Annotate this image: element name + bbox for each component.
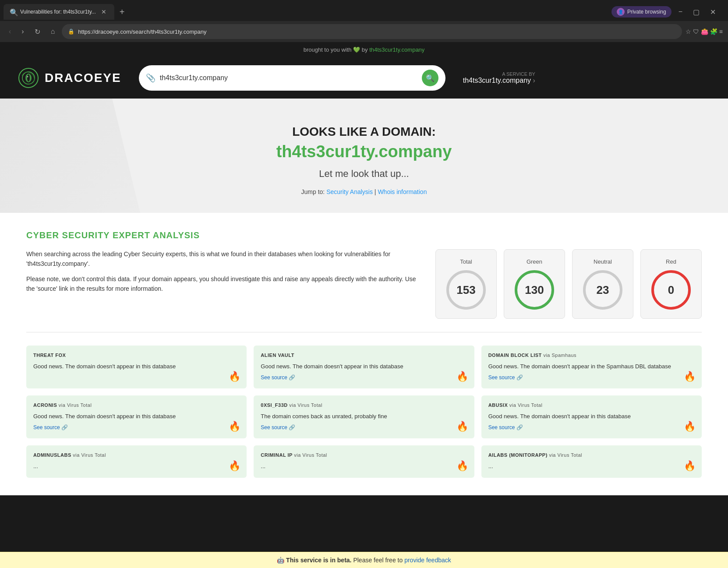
banner-text-middle: by: [362, 46, 368, 53]
result-card-body: Good news. The domain doesn't appear in …: [488, 362, 695, 381]
result-card-body: ...: [33, 462, 240, 471]
result-card-body: Good news. The domain doesn't appear in …: [33, 412, 240, 431]
stat-circle-red: 0: [651, 270, 691, 310]
result-card: 0XSI_F33D via Virus Total The domain com…: [254, 395, 474, 438]
service-name: th4ts3cur1ty.company: [463, 77, 531, 84]
main-content: CYBER SECURITY EXPERT ANALYSIS When sear…: [0, 213, 728, 495]
result-card-link[interactable]: See source 🔗: [488, 423, 523, 431]
new-tab-button[interactable]: +: [116, 5, 128, 19]
result-card-icon: 🔥: [684, 421, 696, 432]
jump-security-link[interactable]: Security Analysis: [326, 188, 373, 195]
result-card-icon: 🔥: [684, 371, 696, 382]
result-card-icon: 🔥: [229, 421, 240, 432]
private-browsing-badge: 👤 Private browsing: [611, 6, 671, 18]
hero-bg-decoration: [0, 99, 140, 213]
jump-prefix: Jump to:: [301, 188, 325, 195]
result-card-title: ADMINUSLABS via Virus Total: [33, 452, 240, 458]
beta-text-middle: Please feel free to: [353, 557, 404, 564]
result-card: ADMINUSLABS via Virus Total ... 🔥: [26, 445, 247, 478]
url-text: https://dracoeye.com/search/th4ts3cur1ty…: [78, 28, 676, 35]
refresh-button[interactable]: ↻: [31, 26, 44, 38]
banner-text-before: brought to you with: [304, 46, 352, 53]
result-card: ABUSIX via Virus Total Good news. The do…: [481, 395, 702, 438]
result-card: ACRONIS via Virus Total Good news. The d…: [26, 395, 247, 438]
home-button[interactable]: ⌂: [47, 26, 59, 37]
result-card-body: Good news. The domain doesn't appear in …: [261, 362, 467, 381]
search-box: 📎 🔍: [139, 65, 445, 91]
feedback-link[interactable]: provide feedback: [404, 557, 451, 564]
logo-icon: [18, 67, 39, 89]
extensions-button[interactable]: 🧩: [710, 28, 717, 35]
result-card-link[interactable]: See source 🔗: [488, 374, 523, 381]
browser-controls-right: 👤 Private browsing − ▢ ✕: [611, 6, 724, 18]
search-area: 📎 🔍: [139, 65, 445, 91]
page-content: brought to you with 💚 by th4ts3cur1ty.co…: [0, 42, 728, 495]
logo-text: DRACOEYE: [45, 71, 121, 85]
results-grid: THREAT FOX Good news. The domain doesn't…: [26, 346, 702, 478]
beta-text-strong: This service is in beta.: [286, 557, 351, 564]
analysis-layout: When searching across the leading Cyber …: [26, 249, 702, 319]
forward-button[interactable]: ›: [18, 26, 27, 37]
result-card-icon: 🔥: [456, 371, 468, 382]
hero-section: LOOKS LIKE A DOMAIN: th4ts3cur1ty.compan…: [0, 99, 728, 213]
jump-whois-link[interactable]: Whois information: [378, 188, 427, 195]
menu-button[interactable]: ≡: [719, 28, 723, 35]
result-card-icon: 🔥: [229, 460, 240, 472]
result-card-title: ABUSIX via Virus Total: [488, 402, 695, 408]
tab-title: Vulnerabilities for: th4ts3cur1ty...: [20, 9, 96, 15]
stat-card-total: Total 153: [435, 249, 497, 319]
result-card-link[interactable]: See source 🔗: [261, 423, 295, 431]
browser-chrome: 🔍 Vulnerabilities for: th4ts3cur1ty... ✕…: [0, 0, 728, 42]
banner-brand-link[interactable]: th4ts3cur1ty.company: [369, 46, 424, 53]
result-card-link[interactable]: See source 🔗: [261, 374, 295, 381]
svg-point-4: [27, 76, 28, 78]
nav-bar: ‹ › ↻ ⌂ 🔒 https://dracoeye.com/search/th…: [0, 21, 728, 42]
result-card-body: ...: [261, 462, 467, 471]
site-header: DRACOEYE 📎 🔍 A SERVICE BY th4ts3cur1ty.c…: [0, 57, 728, 99]
close-button[interactable]: ✕: [707, 6, 719, 18]
back-button[interactable]: ‹: [5, 26, 14, 37]
analysis-para-2: Please note, we don't control this data.…: [26, 274, 418, 294]
tab-close-button[interactable]: ✕: [99, 7, 108, 16]
lock-icon: 🔒: [68, 28, 74, 35]
active-tab[interactable]: 🔍 Vulnerabilities for: th4ts3cur1ty... ✕: [4, 4, 114, 20]
bookmark-button[interactable]: ☆: [686, 28, 691, 35]
stat-circle-green: 130: [515, 270, 554, 310]
shield-button[interactable]: 🛡: [693, 28, 699, 35]
stat-circle-total: 153: [446, 270, 486, 310]
result-card-title: DOMAIN BLOCK LIST via Spamhaus: [488, 353, 695, 358]
private-browsing-icon: 👤: [617, 8, 625, 16]
stat-card-green: Green 130: [504, 249, 565, 319]
result-card-icon: 🔥: [456, 460, 468, 472]
analysis-para-1: When searching across the leading Cyber …: [26, 249, 418, 269]
wallet-button[interactable]: 👛: [701, 28, 708, 35]
result-card-icon: 🔥: [229, 371, 240, 382]
stat-label-total: Total: [446, 258, 486, 265]
result-card: AILABS (MONITORAPP) via Virus Total ... …: [481, 445, 702, 478]
minimize-button[interactable]: −: [675, 6, 686, 18]
stat-card-neutral: Neutral 23: [572, 249, 633, 319]
stat-card-red: Red 0: [640, 249, 702, 319]
result-card-body: Good news. The domain doesn't appear in …: [488, 412, 695, 431]
stat-label-red: Red: [651, 258, 691, 265]
result-card-icon: 🔥: [456, 421, 468, 432]
search-input[interactable]: [160, 74, 417, 82]
result-card: CRIMINAL IP via Virus Total ... 🔥: [254, 445, 474, 478]
result-card: THREAT FOX Good news. The domain doesn't…: [26, 346, 247, 388]
service-info: A SERVICE BY th4ts3cur1ty.company ›: [463, 71, 535, 85]
top-banner: brought to you with 💚 by th4ts3cur1ty.co…: [0, 42, 728, 57]
logo-area: DRACOEYE: [18, 67, 121, 89]
restore-button[interactable]: ▢: [689, 6, 703, 18]
result-card-link[interactable]: See source 🔗: [33, 423, 68, 431]
svg-point-3: [27, 74, 30, 81]
tab-bar: 🔍 Vulnerabilities for: th4ts3cur1ty... ✕…: [0, 0, 728, 21]
result-card-body: ...: [488, 462, 695, 471]
beta-banner: 🤖 This service is in beta. Please feel f…: [0, 552, 728, 568]
section-title: CYBER SECURITY EXPERT ANALYSIS: [26, 230, 702, 240]
section-divider: [26, 332, 702, 332]
analysis-text: When searching across the leading Cyber …: [26, 249, 418, 299]
search-button[interactable]: 🔍: [422, 70, 438, 86]
url-bar[interactable]: 🔒 https://dracoeye.com/search/th4ts3cur1…: [62, 24, 682, 39]
attach-icon: 📎: [146, 73, 155, 83]
nav-right-buttons: ☆ 🛡 👛 🧩 ≡: [686, 28, 723, 35]
